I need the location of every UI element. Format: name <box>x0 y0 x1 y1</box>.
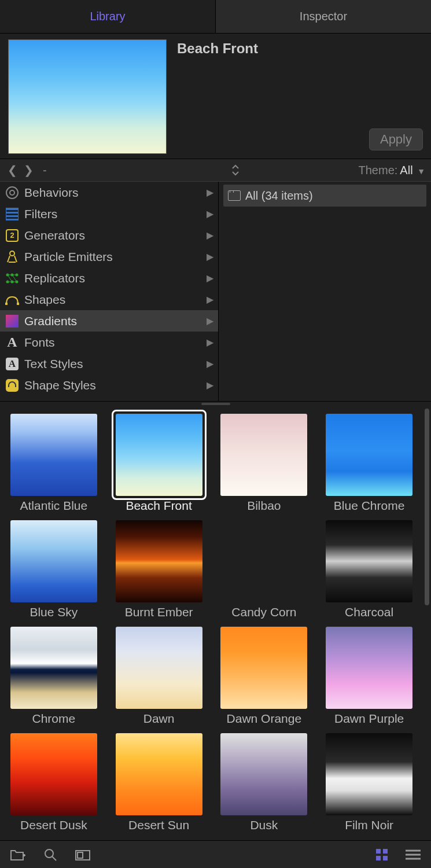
gradient-swatch <box>116 733 202 815</box>
svg-rect-19 <box>383 856 388 860</box>
category-label: Filters <box>24 207 207 221</box>
bin-icon[interactable] <box>73 846 93 863</box>
gradient-swatch <box>220 733 307 815</box>
gradient-swatch <box>326 627 412 709</box>
gradient-label: Beach Front <box>126 499 191 513</box>
svg-rect-16 <box>376 849 381 854</box>
apply-button[interactable]: Apply <box>369 128 423 150</box>
gradient-dusk[interactable]: Dusk <box>214 729 315 832</box>
gradient-label: Film Noir <box>345 818 393 832</box>
gradient-desert-sun[interactable]: Desert Sun <box>109 729 209 832</box>
browser-columns: Behaviors▶Filters▶2Generators▶Particle E… <box>0 182 431 402</box>
category-icon <box>5 292 20 307</box>
panel-tabs: Library Inspector <box>0 0 431 34</box>
svg-line-13 <box>52 856 56 860</box>
gradient-label: Dawn Purple <box>334 712 404 726</box>
scrollbar-thumb[interactable] <box>425 409 429 605</box>
theme-dropdown[interactable]: All ▼ <box>400 164 425 177</box>
category-icon <box>5 378 20 393</box>
category-replicators[interactable]: Replicators▶ <box>0 267 218 289</box>
gradient-beach-front[interactable]: Beach Front <box>109 410 209 513</box>
category-text-styles[interactable]: AText Styles▶ <box>0 353 218 374</box>
gradient-dawn[interactable]: Dawn <box>109 623 209 726</box>
category-behaviors[interactable]: Behaviors▶ <box>0 182 218 203</box>
gradient-label: Dawn Orange <box>227 712 302 726</box>
path-bar: ❮ ❯ - Theme: All ▼ <box>0 159 431 182</box>
gradient-grid: Atlantic BlueBeach FrontBilbaoBlue Chrom… <box>0 406 423 840</box>
gradient-desert-dusk[interactable]: Desert Dusk <box>3 729 104 832</box>
category-shape-styles[interactable]: Shape Styles▶ <box>0 374 218 396</box>
gradient-film-noir[interactable]: Film Noir <box>319 729 419 832</box>
gradient-swatch <box>116 414 202 496</box>
gradient-swatch <box>10 733 97 815</box>
category-fonts[interactable]: AFonts▶ <box>0 332 218 353</box>
chevron-right-icon: ▶ <box>207 273 213 284</box>
gradient-atlantic-blue[interactable]: Atlantic Blue <box>3 410 104 513</box>
subfolder-all[interactable]: All (34 items) <box>223 185 426 207</box>
nav-stepper-icon[interactable] <box>230 164 241 176</box>
gradient-blue-sky[interactable]: Blue Sky <box>3 516 104 619</box>
svg-rect-9 <box>17 303 19 305</box>
svg-point-0 <box>10 251 14 256</box>
category-shapes[interactable]: Shapes▶ <box>0 289 218 310</box>
svg-point-12 <box>45 849 53 858</box>
category-filters[interactable]: Filters▶ <box>0 203 218 225</box>
gradient-swatch <box>10 627 97 709</box>
gradient-grid-wrap: Atlantic BlueBeach FrontBilbaoBlue Chrom… <box>0 406 431 840</box>
nav-forward-icon[interactable]: ❯ <box>22 163 35 177</box>
gradient-label: Blue Sky <box>30 605 78 619</box>
nav-path-label: - <box>43 164 160 177</box>
svg-rect-17 <box>383 849 388 854</box>
svg-rect-8 <box>5 303 8 305</box>
preview-thumbnail <box>8 39 167 154</box>
nav-back-icon[interactable]: ❮ <box>6 163 19 177</box>
chevron-right-icon: ▶ <box>207 208 213 219</box>
gradient-dawn-purple[interactable]: Dawn Purple <box>319 623 419 726</box>
chevron-right-icon: ▶ <box>207 380 213 391</box>
gradient-label: Atlantic Blue <box>20 499 88 513</box>
gradient-dawn-orange[interactable]: Dawn Orange <box>214 623 315 726</box>
tab-library[interactable]: Library <box>0 0 215 33</box>
gradient-burnt-ember[interactable]: Burnt Ember <box>109 516 209 619</box>
chevron-right-icon: ▶ <box>207 187 213 198</box>
chevron-right-icon: ▶ <box>207 358 213 369</box>
gradient-label: Candy Corn <box>231 605 296 619</box>
drag-handle[interactable] <box>0 402 431 406</box>
chevron-right-icon: ▶ <box>207 315 213 326</box>
svg-rect-18 <box>376 856 381 860</box>
category-list: Behaviors▶Filters▶2Generators▶Particle E… <box>0 182 219 401</box>
chevron-right-icon: ▶ <box>207 251 213 262</box>
gradient-swatch <box>10 520 97 602</box>
tab-inspector[interactable]: Inspector <box>215 0 431 33</box>
category-label: Shapes <box>24 293 207 307</box>
category-icon <box>5 185 20 200</box>
scrollbar[interactable] <box>423 406 431 840</box>
category-gradients[interactable]: Gradients▶ <box>0 310 218 332</box>
view-list-icon[interactable] <box>403 846 423 863</box>
category-label: Behaviors <box>24 186 207 200</box>
preview-title: Beach Front <box>177 39 423 57</box>
gradient-candy-corn[interactable]: Candy Corn <box>214 516 315 619</box>
gradient-bilbao[interactable]: Bilbao <box>214 410 315 513</box>
category-icon <box>5 271 20 286</box>
category-particle-emitters[interactable]: Particle Emitters▶ <box>0 246 218 267</box>
search-icon[interactable] <box>40 846 60 863</box>
category-icon <box>5 249 20 264</box>
gradient-label: Desert Sun <box>128 818 189 832</box>
new-folder-icon[interactable] <box>8 846 28 863</box>
gradient-charcoal[interactable]: Charcoal <box>319 516 419 619</box>
category-icon: 2 <box>5 228 20 243</box>
gradient-swatch <box>326 520 412 602</box>
category-icon <box>5 207 20 222</box>
category-label: Fonts <box>24 336 207 350</box>
category-label: Particle Emitters <box>24 250 207 264</box>
view-grid-icon[interactable] <box>372 846 392 863</box>
category-generators[interactable]: 2Generators▶ <box>0 225 218 246</box>
gradient-swatch <box>326 414 412 496</box>
gradient-blue-chrome[interactable]: Blue Chrome <box>319 410 419 513</box>
category-icon: A <box>5 335 20 350</box>
gradient-chrome[interactable]: Chrome <box>3 623 104 726</box>
preview-info: Beach Front Apply <box>177 39 423 154</box>
svg-rect-15 <box>78 852 83 858</box>
gradient-label: Chrome <box>32 712 76 726</box>
